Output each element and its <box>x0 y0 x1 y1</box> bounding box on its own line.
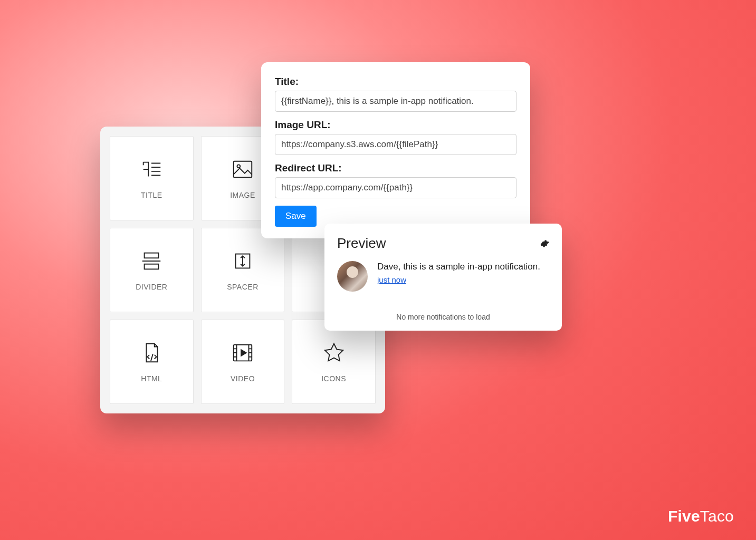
palette-tile-spacer[interactable]: SPACER <box>201 228 285 312</box>
tile-label: ICONS <box>321 374 346 383</box>
preview-title: Preview <box>337 235 386 252</box>
title-input[interactable] <box>275 91 516 112</box>
redirect-url-label: Redirect URL: <box>275 162 516 174</box>
title-label: Title: <box>275 76 516 88</box>
star-icon <box>322 341 346 367</box>
title-icon <box>139 157 164 184</box>
redirect-url-input[interactable] <box>275 177 516 198</box>
image-url-label: Image URL: <box>275 119 516 131</box>
tile-label: VIDEO <box>231 374 255 383</box>
notification-item[interactable]: Dave, this is a sample in-app notificati… <box>337 261 549 292</box>
notification-message: Dave, this is a sample in-app notificati… <box>377 261 549 273</box>
avatar <box>337 261 368 292</box>
notification-time[interactable]: just now <box>377 275 406 284</box>
tile-label: DIVIDER <box>136 283 167 291</box>
brand-part2: Taco <box>700 507 734 525</box>
preview-header: Preview <box>337 235 549 252</box>
field-image-url: Image URL: <box>275 119 516 155</box>
image-icon <box>231 157 255 184</box>
svg-rect-4 <box>145 264 159 269</box>
svg-rect-3 <box>145 253 159 258</box>
image-url-input[interactable] <box>275 134 516 155</box>
html-icon <box>139 341 164 367</box>
field-redirect-url: Redirect URL: <box>275 162 516 198</box>
video-icon <box>231 341 255 367</box>
palette-tile-title[interactable]: TITLE <box>110 136 194 220</box>
svg-rect-0 <box>234 161 252 178</box>
svg-point-1 <box>237 165 240 168</box>
notification-body: Dave, this is a sample in-app notificati… <box>377 261 549 285</box>
tile-label: TITLE <box>141 191 162 199</box>
notification-form: Title: Image URL: Redirect URL: Save <box>261 62 530 238</box>
save-button[interactable]: Save <box>275 206 317 227</box>
tile-label: SPACER <box>227 283 259 291</box>
brand-part1: Five <box>668 507 700 525</box>
divider-icon <box>139 249 164 275</box>
no-more-notifications: No more notifications to load <box>337 313 549 321</box>
spacer-icon <box>231 249 255 275</box>
palette-tile-divider[interactable]: DIVIDER <box>110 228 194 312</box>
gear-icon[interactable] <box>540 239 549 248</box>
palette-tile-video[interactable]: VIDEO <box>201 320 285 404</box>
brand-logo: FiveTaco <box>668 507 734 525</box>
tile-label: IMAGE <box>230 191 255 199</box>
stage: TITLE IMAGE DIVIDER SPACER <box>0 0 756 540</box>
field-title: Title: <box>275 76 516 112</box>
palette-tile-html[interactable]: HTML <box>110 320 194 404</box>
preview-panel: Preview Dave, this is a sample in-app no… <box>324 224 562 331</box>
palette-tile-icons[interactable]: ICONS <box>292 320 376 404</box>
tile-label: HTML <box>141 374 162 383</box>
